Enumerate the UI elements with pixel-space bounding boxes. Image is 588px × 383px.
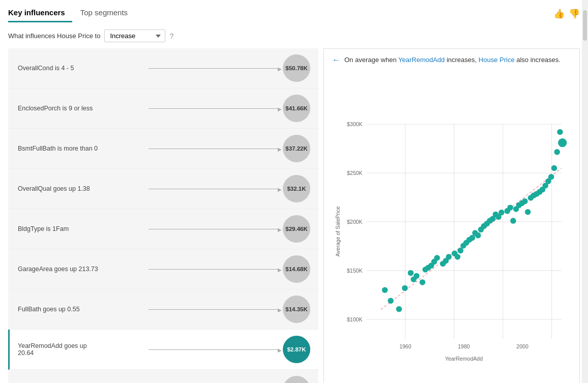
influencer-item-8[interactable]: YearBuilt goes up 30.19 ▶ $1.35K	[8, 370, 318, 383]
scatter-point	[396, 306, 402, 312]
item-bar-area-6: ▶	[149, 309, 279, 310]
filter-select[interactable]: Increase Decrease	[104, 30, 165, 42]
item-bar-line-1: ▶	[149, 108, 279, 109]
item-label-3: OverallQual goes up 1.38	[18, 185, 149, 192]
item-label-4: BldgType is 1Fam	[18, 225, 149, 232]
scatter-point-top	[558, 138, 567, 146]
item-bar-area-1: ▶	[149, 108, 279, 109]
item-bubble-7: $2.87K	[283, 336, 310, 363]
scatter-point	[554, 149, 560, 155]
scatter-point	[525, 209, 531, 215]
influencer-item-7[interactable]: YearRemodAdd goes up20.64 ▶ $2.87K	[8, 330, 318, 370]
item-label-0: OverallCond is 4 - 5	[18, 65, 149, 72]
influencer-item-6[interactable]: FullBath goes up 0.55 ▶ $14.35K	[8, 289, 318, 330]
item-label-6: FullBath goes up 0.55	[18, 306, 149, 313]
item-bubble-1: $41.66K	[283, 95, 310, 122]
chart-area: $300K $250K $200K $150K $100K 1960 1980 …	[332, 69, 571, 384]
scatter-point	[498, 209, 505, 215]
scatter-point	[557, 129, 563, 135]
influencer-item-0[interactable]: OverallCond is 4 - 5 ▶ $50.78K	[8, 48, 318, 89]
scatter-point	[446, 254, 452, 260]
item-bar-area-5: ▶	[149, 269, 279, 270]
scatter-point	[458, 247, 464, 253]
item-bar-area-4: ▶	[149, 229, 279, 229]
tabs-left: Key influencers Top segments	[8, 5, 143, 22]
svg-text:1960: 1960	[399, 343, 411, 349]
item-bar-line-2: ▶	[149, 149, 279, 149]
item-bubble-4: $29.46K	[283, 215, 310, 243]
influencer-item-5[interactable]: GarageArea goes up 213.73 ▶ $14.68K	[8, 249, 318, 289]
filter-help-icon[interactable]: ?	[169, 32, 173, 40]
item-bar-arrow-7: ▶	[278, 347, 282, 353]
tab-icons: 👍 👎	[553, 8, 580, 19]
item-label-1: EnclosedPorch is 9 or less	[18, 105, 149, 112]
item-bar-line-5: ▶	[149, 269, 279, 270]
scatter-point	[388, 298, 394, 304]
svg-text:Average of SalePrice: Average of SalePrice	[335, 206, 341, 256]
influencer-item-4[interactable]: BldgType is 1Fam ▶ $29.46K	[8, 209, 318, 249]
svg-text:$100K: $100K	[347, 316, 363, 322]
thumbs-down-button[interactable]: 👎	[569, 8, 580, 19]
item-bar-line-0: ▶	[149, 68, 279, 69]
influencer-item-2[interactable]: BsmtFullBath is more than 0 ▶ $37.22K	[8, 129, 318, 169]
back-arrow-icon[interactable]: ←	[332, 55, 340, 65]
scatter-point	[434, 255, 440, 261]
scatter-chart: $300K $250K $200K $150K $100K 1960 1980 …	[332, 69, 571, 384]
item-bar-arrow-4: ▶	[278, 227, 282, 232]
right-panel: ← On average when YearRemodAdd increases…	[324, 48, 580, 383]
item-bar-line-4: ▶	[149, 229, 279, 229]
svg-text:$300K: $300K	[347, 121, 363, 127]
scatter-point	[475, 232, 481, 239]
item-bubble-2: $37.22K	[283, 135, 310, 162]
scatter-point	[548, 173, 554, 180]
svg-text:YearRemodAdd: YearRemodAdd	[445, 356, 483, 362]
item-bubble-5: $14.68K	[283, 255, 310, 283]
svg-text:$250K: $250K	[347, 169, 363, 175]
item-bar-line-3: ▶	[149, 189, 279, 189]
chart-description: On average when YearRemodAdd increases, …	[344, 55, 561, 65]
main-content: OverallCond is 4 - 5 ▶ $50.78K EnclosedP…	[8, 48, 580, 383]
main-container: Key influencers Top segments 👍 👎 What in…	[0, 0, 588, 383]
item-bubble-3: $32.1K	[283, 175, 310, 202]
svg-text:$150K: $150K	[347, 267, 363, 273]
item-bar-line-7: ▶	[149, 349, 279, 350]
item-bar-arrow-5: ▶	[278, 267, 282, 273]
scrollbar[interactable]	[582, 0, 588, 383]
svg-text:1980: 1980	[458, 343, 470, 349]
scatter-point	[510, 218, 516, 224]
item-label-5: GarageArea goes up 213.73	[18, 266, 149, 273]
tab-top-segments[interactable]: Top segments	[80, 5, 135, 22]
item-bar-area-0: ▶	[149, 68, 279, 69]
scrollbar-thumb[interactable]	[583, 10, 587, 41]
scatter-point	[382, 287, 388, 293]
scatter-point	[551, 165, 557, 171]
influencer-item-1[interactable]: EnclosedPorch is 9 or less ▶ $41.66K	[8, 89, 318, 129]
tabs-bar: Key influencers Top segments 👍 👎	[8, 5, 580, 22]
influencers-list: OverallCond is 4 - 5 ▶ $50.78K EnclosedP…	[8, 48, 318, 383]
scatter-point	[402, 285, 408, 291]
scatter-point	[507, 204, 513, 211]
chart-highlight-1: YearRemodAdd	[398, 56, 445, 64]
influencer-item-3[interactable]: OverallQual goes up 1.38 ▶ $32.1K	[8, 169, 318, 209]
item-bar-arrow-0: ▶	[278, 66, 282, 72]
svg-text:$200K: $200K	[347, 218, 363, 224]
item-bar-arrow-2: ▶	[278, 146, 282, 152]
item-bar-area-7: ▶	[149, 349, 279, 350]
item-bar-line-6: ▶	[149, 309, 279, 310]
thumbs-up-button[interactable]: 👍	[553, 8, 565, 19]
chart-highlight-2: House Price	[479, 56, 515, 64]
item-bubble-0: $50.78K	[283, 54, 310, 82]
item-label-7: YearRemodAdd goes up20.64	[18, 342, 149, 357]
item-bar-arrow-1: ▶	[278, 106, 282, 112]
chart-header: ← On average when YearRemodAdd increases…	[332, 55, 571, 65]
item-bar-area-2: ▶	[149, 149, 279, 149]
filter-label: What influences House Price to	[8, 32, 100, 40]
scatter-point	[469, 234, 476, 241]
item-bar-arrow-6: ▶	[278, 307, 282, 313]
scatter-point	[420, 279, 426, 285]
item-bar-area-3: ▶	[149, 189, 279, 189]
scatter-point	[455, 254, 461, 260]
item-bar-arrow-3: ▶	[278, 187, 282, 192]
tab-key-influencers[interactable]: Key influencers	[8, 5, 72, 22]
scatter-point	[522, 198, 528, 204]
